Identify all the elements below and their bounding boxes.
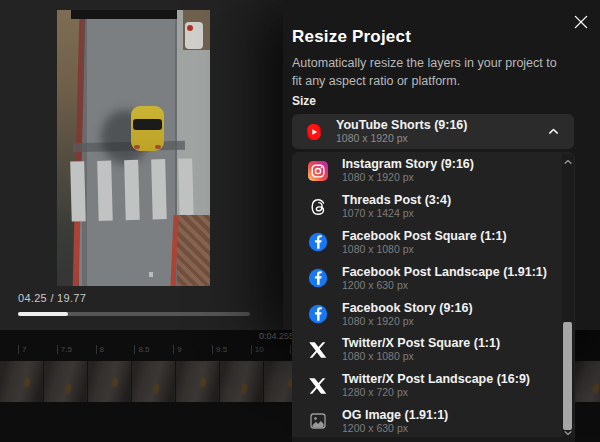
timeline-thumbnail[interactable] bbox=[0, 361, 44, 402]
size-option-label: OG Image (1.91:1) bbox=[342, 408, 448, 422]
size-option-label: Facebook Story (9:16) bbox=[342, 301, 473, 315]
ruler-tick bbox=[290, 345, 291, 354]
size-option-dimensions: 1200 x 630 px bbox=[342, 279, 547, 292]
chevron-up-icon bbox=[547, 125, 560, 138]
ruler-tick: 8 bbox=[96, 345, 104, 354]
modal-title: Resize Project bbox=[292, 27, 411, 47]
selected-size-label: YouTube Shorts (9:16) bbox=[336, 118, 468, 132]
size-option-dimensions: 1200 x 630 px bbox=[342, 422, 448, 435]
list-scrollbar[interactable] bbox=[562, 154, 574, 442]
modal-description: Automatically resize the layers in your … bbox=[292, 54, 568, 90]
youtube-shorts-icon bbox=[304, 122, 324, 142]
size-option[interactable]: Twitter/X Post Landscape (16:9) 1280 x 7… bbox=[292, 368, 561, 404]
timeline-thumbnail[interactable] bbox=[220, 361, 264, 402]
facebook-icon bbox=[308, 304, 328, 324]
timeline-thumbnail[interactable] bbox=[132, 361, 176, 402]
size-option[interactable]: Threads Post (3:4) 1070 x 1424 px bbox=[292, 189, 561, 225]
ruler-tick: 9 bbox=[173, 345, 181, 354]
size-option-label: Facebook Post Landscape (1.91:1) bbox=[342, 265, 547, 279]
size-option-dimensions: 1080 x 1080 px bbox=[342, 350, 500, 363]
size-option-label: Twitter/X Post Landscape (16:9) bbox=[342, 372, 530, 386]
size-option[interactable]: Facebook Story (9:16) 1080 x 1920 px bbox=[292, 296, 561, 332]
size-dropdown[interactable]: YouTube Shorts (9:16) 1080 x 1920 px bbox=[292, 114, 574, 149]
timeline-thumbnail[interactable] bbox=[572, 361, 600, 402]
timeline-thumbnail[interactable] bbox=[44, 361, 88, 402]
size-option-label: Instagram Story (9:16) bbox=[342, 157, 474, 171]
close-icon[interactable] bbox=[572, 13, 590, 31]
playhead-time: 0:04.255 bbox=[252, 331, 294, 341]
size-option[interactable]: Instagram Story (9:16) 1080 x 1920 px bbox=[292, 153, 561, 189]
scrollbar-thumb[interactable] bbox=[563, 322, 572, 430]
size-option-label: Facebook Post Square (1:1) bbox=[342, 229, 507, 243]
timeline-thumbnail[interactable] bbox=[176, 361, 220, 402]
selected-size-dimensions: 1080 x 1920 px bbox=[336, 132, 468, 145]
x-icon bbox=[308, 376, 328, 396]
ruler-tick: 7.5 bbox=[57, 345, 72, 354]
playback-time: 04.25 / 19.77 bbox=[18, 292, 86, 304]
timeline-thumbnail[interactable] bbox=[88, 361, 132, 402]
dim-overlay bbox=[57, 10, 210, 286]
size-option[interactable]: Twitter/X Post Square (1:1) 1080 x 1080 … bbox=[292, 332, 561, 368]
ruler-tick: 7 bbox=[18, 345, 26, 354]
progress-fill bbox=[18, 312, 68, 316]
size-option-dimensions: 1080 x 1080 px bbox=[342, 243, 507, 256]
size-option[interactable]: Facebook Post Landscape (1.91:1) 1200 x … bbox=[292, 260, 561, 296]
facebook-icon bbox=[308, 232, 328, 252]
size-option[interactable]: Facebook Post Square (1:1) 1080 x 1080 p… bbox=[292, 225, 561, 261]
size-options-list: Instagram Story (9:16) 1080 x 1920 px Th… bbox=[292, 152, 575, 442]
ruler-tick: 8.5 bbox=[134, 345, 149, 354]
video-preview[interactable] bbox=[57, 10, 210, 286]
size-option-label: Threads Post (3:4) bbox=[342, 193, 451, 207]
size-option-dimensions: 1080 x 1920 px bbox=[342, 315, 473, 328]
size-option-dimensions: 1080 x 1920 px bbox=[342, 171, 474, 184]
og-image-icon bbox=[308, 411, 328, 431]
scroll-down-icon[interactable] bbox=[563, 428, 573, 438]
size-option-dimensions: 1070 x 1424 px bbox=[342, 207, 451, 220]
progress-bar[interactable] bbox=[18, 312, 250, 316]
size-label: Size bbox=[292, 94, 316, 108]
ruler-tick: 9.5 bbox=[212, 345, 227, 354]
instagram-icon bbox=[308, 161, 328, 181]
size-option-label: Twitter/X Post Square (1:1) bbox=[342, 336, 500, 350]
scroll-up-icon[interactable] bbox=[563, 157, 573, 167]
size-option[interactable]: OG Image (1.91:1) 1200 x 630 px bbox=[292, 404, 561, 440]
threads-icon bbox=[308, 197, 328, 217]
facebook-icon bbox=[308, 268, 328, 288]
x-icon bbox=[308, 340, 328, 360]
size-option-dimensions: 1280 x 720 px bbox=[342, 386, 530, 399]
ruler-tick: 10 bbox=[251, 345, 264, 354]
